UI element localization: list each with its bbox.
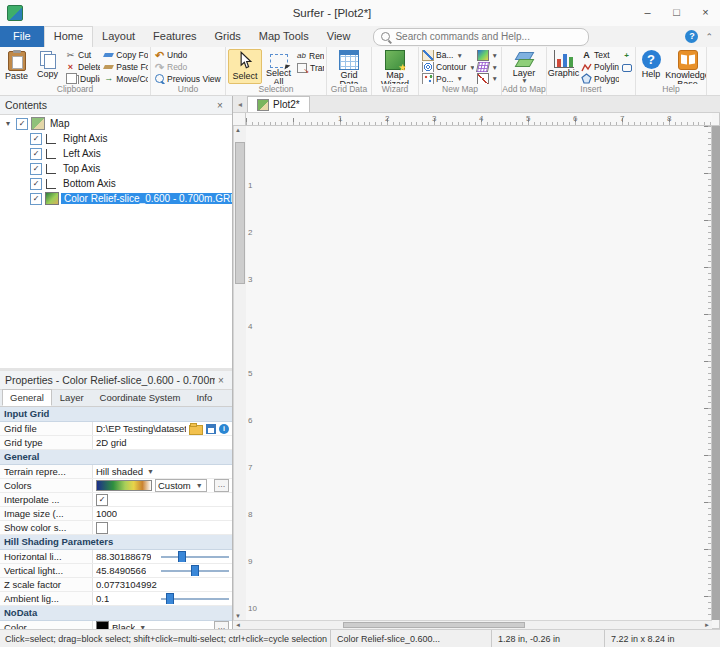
visibility-checkbox[interactable]: ✓	[16, 118, 28, 130]
polygon-button[interactable]: Polygon	[580, 73, 619, 84]
delete-button[interactable]: ×Delete	[64, 62, 100, 73]
rename-button[interactable]: abRename	[295, 50, 324, 61]
colormap-preview[interactable]	[96, 480, 152, 491]
slider[interactable]	[161, 551, 229, 562]
cut-button[interactable]: ✂Cut	[64, 50, 100, 61]
ribbon-tab-grids[interactable]: Grids	[206, 26, 250, 47]
previous-view-button[interactable]: Previous View	[153, 73, 222, 84]
property-value[interactable]: Hill shaded▼	[93, 466, 232, 477]
tree-item-right-axis[interactable]: ✓Right Axis	[0, 131, 232, 146]
vertical-scrollbar[interactable]: ▲ ▼	[233, 126, 246, 620]
contour-map-button[interactable]: Contour▼	[421, 62, 474, 73]
close-button[interactable]: ×	[691, 0, 720, 26]
dropdown-arrow-icon[interactable]: ▼	[146, 468, 155, 475]
scroll-down-icon[interactable]: ▼	[235, 613, 241, 619]
visibility-checkbox[interactable]: ✓	[30, 163, 42, 175]
move-copy-button[interactable]: →Move/Copy	[102, 73, 148, 84]
close-contents-icon[interactable]: ×	[213, 100, 227, 111]
properties-tab-general[interactable]: General	[2, 389, 52, 406]
text-button[interactable]: AText	[580, 50, 619, 61]
property-value[interactable]	[93, 522, 232, 534]
slider-thumb[interactable]	[178, 551, 186, 562]
properties-tab-layer[interactable]: Layer	[52, 389, 92, 406]
visibility-checkbox[interactable]: ✓	[30, 193, 42, 205]
scroll-up-icon[interactable]: ▲	[235, 127, 241, 133]
scroll-left-icon[interactable]: ◄	[235, 622, 241, 628]
tree-item-map[interactable]: ▾✓Map	[0, 116, 232, 131]
ribbon-tab-features[interactable]: Features	[144, 26, 205, 47]
property-value[interactable]: Black▼…	[93, 621, 232, 629]
transform-button[interactable]: Transform	[295, 62, 324, 73]
map-wizard-button[interactable]: Map Wizard	[377, 49, 413, 84]
redo-button[interactable]: ↷Redo	[153, 62, 222, 73]
close-properties-icon[interactable]: ×	[215, 375, 227, 386]
scroll-right-icon[interactable]: ►	[704, 622, 710, 628]
visibility-checkbox[interactable]: ✓	[30, 178, 42, 190]
expand-caret-icon[interactable]: ▾	[3, 119, 13, 128]
surface-map-button[interactable]: ▼	[476, 50, 499, 61]
knowledge-base-button[interactable]: Knowledge Base	[670, 49, 706, 84]
slider[interactable]	[161, 565, 229, 576]
tree-item-bottom-axis[interactable]: ✓Bottom Axis	[0, 176, 232, 191]
properties-tab-coordinate-system[interactable]: Coordinate System	[92, 389, 189, 406]
symbol-button[interactable]: +	[621, 50, 633, 61]
paste-format-button[interactable]: Paste Format	[102, 62, 148, 73]
more-button[interactable]: …	[214, 479, 229, 492]
tree-item-left-axis[interactable]: ✓Left Axis	[0, 146, 232, 161]
open-folder-icon[interactable]	[189, 425, 203, 435]
wireframe-map-button[interactable]: ▼	[476, 62, 499, 73]
vector-map-button[interactable]: ▼	[476, 73, 499, 84]
properties-tab-info[interactable]: Info	[188, 389, 220, 406]
layer-button[interactable]: Layer ▼	[506, 49, 542, 84]
property-value[interactable]: 45.8490566	[93, 565, 232, 576]
vertical-scroll-thumb[interactable]	[235, 142, 245, 284]
color-swatch[interactable]	[96, 621, 109, 629]
help-icon[interactable]: ?	[685, 30, 698, 43]
paste-button[interactable]: Paste	[2, 49, 31, 84]
ribbon-tab-view[interactable]: View	[318, 26, 360, 47]
property-value[interactable]: 1000	[93, 508, 232, 519]
document-tab-plot2[interactable]: Plot2*	[247, 96, 310, 112]
ribbon-tab-layout[interactable]: Layout	[93, 26, 144, 47]
command-search-input[interactable]: Search commands and Help...	[373, 28, 589, 46]
property-value[interactable]: 0.1	[93, 593, 232, 604]
property-value[interactable]: 2D grid	[93, 437, 232, 448]
plot-canvas[interactable]: 02468101214161820222426 0246810121416182…	[712, 126, 720, 620]
graphic-button[interactable]: Graphic	[549, 49, 578, 84]
property-value[interactable]: Custom▼…	[93, 479, 232, 492]
tab-scroll-left-icon[interactable]: ◂	[233, 97, 247, 112]
ribbon-tab-map-tools[interactable]: Map Tools	[250, 26, 318, 47]
tab-file[interactable]: File	[0, 26, 44, 47]
slider[interactable]	[161, 593, 229, 604]
visibility-checkbox[interactable]: ✓	[30, 148, 42, 160]
info-icon[interactable]: i	[219, 424, 229, 434]
tree-item-top-axis[interactable]: ✓Top Axis	[0, 161, 232, 176]
help-button[interactable]: Help	[637, 49, 666, 84]
maximize-button[interactable]: □	[662, 0, 691, 26]
property-value[interactable]: ✓	[93, 494, 232, 506]
rectangle-button[interactable]	[621, 62, 633, 73]
more-button[interactable]: …	[214, 621, 229, 629]
duplicate-button[interactable]: Duplicate	[64, 73, 100, 84]
collapse-ribbon-icon[interactable]: ⌃	[705, 32, 713, 42]
property-value[interactable]: 88.30188679	[93, 551, 232, 562]
visibility-checkbox[interactable]: ✓	[30, 133, 42, 145]
checkbox[interactable]	[96, 522, 108, 534]
property-value[interactable]: D:\EP Testing\datasets\for GBJ - Suri	[93, 423, 232, 435]
polyline-button[interactable]: Polyline	[580, 62, 619, 73]
slider-thumb[interactable]	[166, 593, 174, 604]
copy-button[interactable]: Copy	[33, 49, 62, 84]
grid-data-button[interactable]: Grid Data	[331, 49, 367, 84]
undo-button[interactable]: ↶Undo	[153, 50, 222, 61]
property-value[interactable]: 0.0773104992	[93, 579, 232, 590]
save-grid-icon[interactable]	[206, 424, 216, 434]
copy-format-button[interactable]: Copy Format	[102, 50, 148, 61]
post-map-button[interactable]: Po...▼	[421, 73, 474, 84]
horizontal-scrollbar[interactable]: ◄ ►	[233, 620, 712, 629]
minimize-button[interactable]: –	[633, 0, 662, 26]
checkbox[interactable]: ✓	[96, 494, 108, 506]
colormap-select[interactable]: Custom▼	[155, 479, 207, 492]
base-map-button[interactable]: Ba...▼	[421, 50, 474, 61]
ribbon-tab-home[interactable]: Home	[44, 26, 93, 47]
select-button[interactable]: Select	[228, 49, 262, 84]
